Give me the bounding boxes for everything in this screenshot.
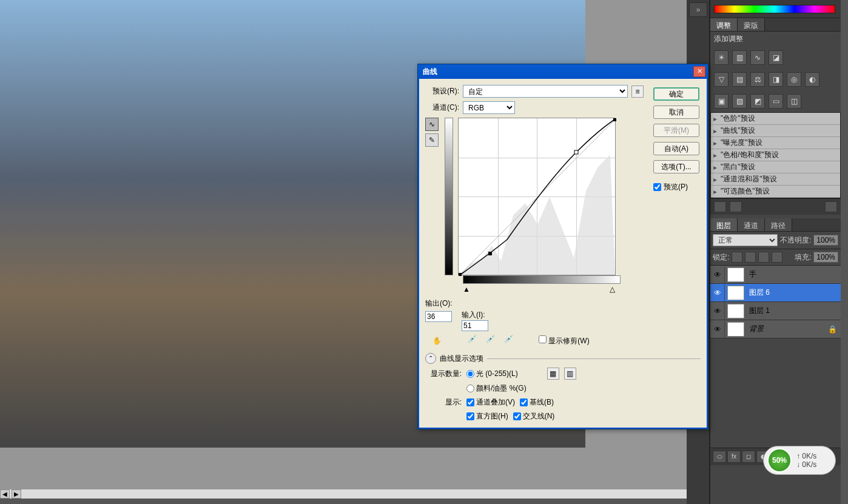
expand-panel-icon[interactable]: »: [689, 2, 707, 17]
network-speed-widget[interactable]: 50% ↑ 0K/s ↓ 0K/s: [763, 446, 836, 475]
fill-value[interactable]: 100%: [813, 252, 838, 263]
threshold-icon[interactable]: ◩: [750, 94, 765, 109]
preset-item-channel-mixer[interactable]: ▸"通道混和器"预设: [711, 173, 840, 186]
layer-mask-icon[interactable]: ◻: [742, 451, 755, 463]
curve-graph[interactable]: [458, 118, 616, 275]
output-input[interactable]: [425, 311, 452, 322]
grid-large-icon[interactable]: ▥: [564, 368, 576, 380]
auto-button[interactable]: 自动(A): [653, 142, 699, 155]
blend-mode-select[interactable]: 正常: [713, 234, 778, 246]
preview-checkbox[interactable]: 预览(P): [653, 182, 699, 192]
layer-name[interactable]: 背景: [747, 324, 828, 334]
brightness-icon[interactable]: ☀: [714, 50, 729, 65]
layer-item[interactable]: 👁 图层 6: [710, 284, 841, 302]
radio-light[interactable]: 光 (0-255)(L): [466, 369, 518, 379]
visibility-eye-icon[interactable]: 👁: [710, 284, 725, 301]
visibility-eye-icon[interactable]: 👁: [710, 321, 725, 338]
visibility-eye-icon[interactable]: 👁: [710, 266, 725, 283]
layer-item[interactable]: 👁 图层 1: [710, 302, 841, 320]
tab-layers[interactable]: 图层: [710, 218, 738, 231]
preset-item-levels[interactable]: ▸"色阶"预设: [711, 113, 840, 125]
preset-item-selective-color[interactable]: ▸"可选颜色"预设: [711, 186, 840, 198]
link-layers-icon[interactable]: ⬭: [713, 451, 726, 463]
black-eyedropper-icon[interactable]: 💉: [466, 335, 478, 347]
scroll-left-icon[interactable]: ◀: [0, 489, 10, 499]
layer-item[interactable]: 👁 手: [710, 266, 841, 284]
layer-style-icon[interactable]: fx: [727, 451, 741, 463]
ok-button[interactable]: 确定: [653, 87, 699, 101]
exposure-icon[interactable]: ◪: [769, 50, 783, 65]
spectrum-gradient[interactable]: [714, 5, 835, 13]
grid-small-icon[interactable]: ▦: [547, 368, 559, 380]
chk-baseline[interactable]: 基线(B): [520, 397, 554, 408]
scroll-right-icon[interactable]: ▶: [12, 489, 21, 499]
posterize-icon[interactable]: ▨: [732, 94, 747, 109]
cancel-button[interactable]: 取消: [653, 106, 699, 119]
preset-item-bw[interactable]: ▸"黑白"预设: [711, 161, 840, 173]
curves-dialog[interactable]: 曲线 ✕ 确定 取消 平滑(M) 自动(A) 选项(T)... 预览(P) 预设…: [417, 64, 708, 429]
invert-icon[interactable]: ▣: [714, 94, 729, 109]
gradient-map-icon[interactable]: ▭: [769, 94, 783, 109]
preset-item-hsl[interactable]: ▸"色相/饱和度"预设: [711, 149, 840, 161]
layer-thumbnail[interactable]: [727, 304, 744, 318]
preset-label: "曲线"预设: [721, 126, 755, 136]
balance-icon[interactable]: ⚖: [750, 72, 765, 87]
tab-adjustments[interactable]: 调整: [710, 18, 738, 31]
preset-item-curves[interactable]: ▸"曲线"预设: [711, 125, 840, 137]
selective-color-icon[interactable]: ◫: [787, 94, 801, 109]
lock-transparent-icon[interactable]: [732, 252, 742, 263]
preset-list[interactable]: ▸"色阶"预设 ▸"曲线"预设 ▸"曝光度"预设 ▸"色相/饱和度"预设 ▸"黑…: [710, 112, 841, 198]
white-point-slider-icon[interactable]: △: [610, 285, 615, 294]
trash-icon[interactable]: [825, 201, 837, 212]
photo-filter-icon[interactable]: ◎: [787, 72, 801, 87]
curves-icon[interactable]: ∿: [750, 50, 765, 65]
chk-histogram[interactable]: 直方图(H): [466, 411, 508, 422]
lock-position-icon[interactable]: [758, 252, 769, 263]
clip-icon[interactable]: [730, 201, 742, 212]
gray-eyedropper-icon[interactable]: 💉: [484, 335, 496, 347]
tab-channels[interactable]: 通道: [738, 218, 765, 231]
curve-point-tool-icon[interactable]: ∿: [425, 118, 439, 131]
layer-name[interactable]: 图层 1: [747, 306, 841, 316]
dialog-titlebar[interactable]: 曲线 ✕: [418, 64, 708, 79]
levels-icon[interactable]: ▥: [732, 50, 747, 65]
layer-thumbnail[interactable]: [727, 267, 744, 282]
display-options-label: 曲线显示选项: [440, 354, 483, 364]
channel-mixer-icon[interactable]: ◐: [805, 72, 819, 87]
lock-icon: 🔒: [828, 325, 837, 334]
layer-thumbnail[interactable]: [727, 286, 744, 300]
curve-pencil-tool-icon[interactable]: ✎: [425, 133, 439, 147]
radio-ink[interactable]: 颜料/油墨 %(G): [466, 383, 527, 394]
chk-channel-overlay[interactable]: 通道叠加(V): [466, 397, 515, 408]
channel-select[interactable]: RGB: [463, 101, 515, 114]
hue-icon[interactable]: ▤: [732, 72, 747, 87]
bw-icon[interactable]: ◨: [769, 72, 783, 87]
opacity-value[interactable]: 100%: [813, 235, 838, 246]
horizontal-scrollbar[interactable]: ◀ ▶: [0, 489, 687, 499]
layer-name[interactable]: 手: [747, 269, 841, 280]
preset-select[interactable]: 自定: [463, 85, 628, 98]
tab-masks[interactable]: 蒙版: [738, 18, 765, 31]
chk-intersection[interactable]: 交叉线(N): [513, 411, 555, 422]
black-point-slider-icon[interactable]: ▲: [463, 285, 470, 294]
close-icon[interactable]: ✕: [693, 66, 705, 77]
visibility-eye-icon[interactable]: 👁: [710, 303, 725, 320]
preset-item-exposure[interactable]: ▸"曝光度"预设: [711, 137, 840, 149]
return-icon[interactable]: [714, 201, 726, 212]
layer-thumbnail[interactable]: [727, 322, 744, 337]
preset-menu-icon[interactable]: ≡: [631, 86, 644, 98]
layer-name[interactable]: 图层 6: [747, 287, 841, 298]
lock-all-icon[interactable]: [772, 252, 782, 263]
options-button[interactable]: 选项(T)...: [653, 160, 699, 173]
input-input[interactable]: [462, 320, 488, 331]
vibrance-icon[interactable]: ▽: [714, 72, 729, 87]
layer-item[interactable]: 👁 背景 🔒: [710, 320, 841, 338]
white-eyedropper-icon[interactable]: 💉: [502, 335, 514, 347]
collapse-options-icon[interactable]: ⌃: [425, 353, 436, 364]
tab-paths[interactable]: 路径: [765, 218, 792, 231]
chevron-right-icon: ▸: [713, 175, 721, 184]
show-clipping-checkbox[interactable]: 显示修剪(W): [539, 335, 590, 346]
color-palette[interactable]: [710, 0, 841, 18]
hand-tool-icon[interactable]: ✋: [432, 337, 442, 345]
lock-pixels-icon[interactable]: [745, 252, 756, 263]
